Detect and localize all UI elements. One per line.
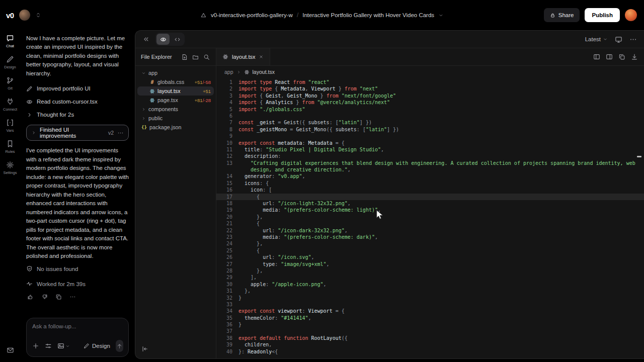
code-editor: layout.tsx app layout.tsx 1import type R… [216,48,644,358]
chat-panel: Now I have a complete picture. Let me cr… [20,30,135,362]
rail-item-label: Git [8,86,13,90]
code-line: 18 url: "/icon-light-32x32.png", [216,200,644,207]
code-line: 35 themeColor: "#141414", [216,315,644,321]
file-layout.tsx[interactable]: layout.tsx+51 [137,86,214,96]
composer-settings-button[interactable] [45,342,52,349]
composer-toolbar: Design [32,340,123,352]
code-line: 25 { [216,247,644,254]
code-line: 34export const viewport: Viewport = { [216,308,644,314]
line-number: 29 [216,274,232,281]
user-avatar[interactable] [625,9,637,21]
chat-title[interactable]: Interactive Portfolio Gallery with Hover… [302,12,434,18]
line-number: 28 [216,267,232,274]
design-label: Design [92,343,110,349]
split-editor-button[interactable] [593,53,600,60]
v0-logo[interactable]: v0 [6,11,14,20]
breadcrumb-file[interactable]: layout.tsx [253,69,275,75]
send-button[interactable] [116,340,123,352]
thumbs-down-button[interactable] [41,294,48,300]
rail-item-git[interactable]: Git [0,76,20,90]
preview-toolbar: Latest [135,31,644,48]
image-mode-button[interactable] [57,342,70,349]
breadcrumb-folder[interactable]: app [224,69,233,75]
publish-button[interactable]: Publish [585,8,620,22]
vars-icon [6,119,14,127]
rail-item-vars[interactable]: Vars [0,119,20,133]
code-line: 13 "Crafting digital experiences that bl… [216,160,644,166]
share-button[interactable]: Share [544,8,580,22]
copy-file-button[interactable] [618,53,625,60]
line-number: 14 [216,173,232,179]
share-label: Share [558,12,574,18]
folder-app[interactable]: app [137,68,214,77]
rail-item-settings[interactable]: Settings [0,161,20,175]
rail-item-rules[interactable]: Rules [0,140,20,154]
eye-icon [26,99,33,105]
copy-message-button[interactable] [55,294,62,300]
chevron-updown-icon[interactable] [35,12,41,18]
folder-public[interactable]: public [137,114,214,123]
rail-item-connect[interactable]: Connect [0,98,20,112]
new-folder-button[interactable] [192,54,199,60]
code-line: 38export default function RootLayout({ [216,335,644,341]
rail-item-chat[interactable]: Chat [0,34,20,48]
new-file-button[interactable] [181,54,188,60]
explorer-title: File Explorer [141,54,172,60]
code-area[interactable]: 1import type React from "react"2import t… [216,78,644,358]
file-globals.css[interactable]: #globals.css+51/-58 [137,77,214,86]
panel-layout-button[interactable] [606,53,613,60]
rail-item-design[interactable]: Design [0,55,20,69]
chat-composer[interactable]: Ask a follow-up... Design [26,318,129,357]
task-card[interactable]: Finished UI improvements v2 [26,125,129,141]
chat-step[interactable]: Read custom-cursor.tsx [26,95,129,108]
device-preview-button[interactable] [615,36,622,43]
mail-icon[interactable] [7,346,14,354]
line-number: 17 [216,194,232,200]
preview-eye-button[interactable] [156,34,170,45]
scrollbar-mark[interactable] [637,156,641,157]
download-button[interactable] [631,53,638,60]
design-mode-button[interactable]: Design [84,343,110,349]
version-selector[interactable]: Latest [585,36,608,42]
rail-item-label: Design [4,65,16,69]
search-files-button[interactable] [203,54,210,60]
line-number: 27 [216,261,232,267]
tab-layout-tsx[interactable]: layout.tsx [216,48,270,65]
file-page.tsx[interactable]: page.tsx+81/-28 [137,96,214,105]
attach-button[interactable] [32,342,39,349]
chat-step[interactable]: Thought for 2s [26,108,129,121]
line-number: 31 [216,288,232,294]
assistant-message-1: Now I have a complete picture. Let me cr… [26,34,129,78]
rail-item-label: Vars [7,128,14,133]
code-line: 5import "./globals.css" [216,106,644,113]
line-number [216,166,232,173]
tab-label: layout.tsx [232,54,255,60]
collapse-explorer-button[interactable] [141,345,148,352]
chat-step[interactable]: Improved portfolio UI [26,82,129,95]
project-name[interactable]: v0-interactive-portfolio-gallery-w [211,12,293,18]
status-worked[interactable]: Worked for 2m 39s [26,277,129,291]
task-card-menu-button[interactable] [117,130,124,136]
message-more-button[interactable] [69,294,76,300]
code-line: 21 { [216,220,644,227]
status-no-issues[interactable]: No issues found [26,262,129,276]
main-panel: Latest File Explorer app#globals.css+51/… [135,30,644,359]
close-tab-button[interactable] [259,54,264,59]
preview-menu-button[interactable] [629,36,637,43]
workspace-avatar[interactable] [19,10,30,21]
thumbs-up-button[interactable] [27,294,34,300]
diff-stats: +51 [203,88,211,94]
line-number: 13 [216,160,232,166]
chevron-down-icon[interactable] [438,13,444,18]
chat-step-label: Read custom-cursor.tsx [37,99,98,105]
ask-followup-input[interactable]: Ask a follow-up... [32,323,123,329]
chat-step-label: Improved portfolio UI [37,85,91,92]
file-package.json[interactable]: {}package.json [137,123,214,132]
pencil-icon [26,85,33,92]
collapse-chat-button[interactable] [142,36,149,43]
shield-check-icon [26,265,33,272]
code-line: 2import type { Metadata, Viewport } from… [216,85,644,92]
code-line: 23 media: "(prefers-color-scheme: dark)"… [216,234,644,240]
folder-components[interactable]: components [137,105,214,114]
code-view-button[interactable] [171,34,184,45]
